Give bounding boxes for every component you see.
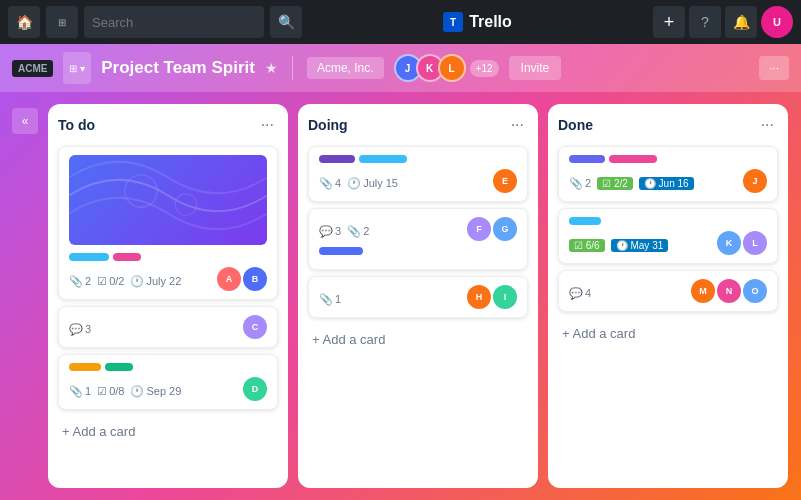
member-avatars: J K L +12 xyxy=(394,54,499,82)
todo-card-2[interactable]: 💬 3 C xyxy=(58,306,278,348)
done-card-2-meta: ☑ 6/6 🕐 May 31 xyxy=(569,239,668,252)
notifications-button[interactable]: 🔔 xyxy=(725,6,757,38)
add-button[interactable]: + xyxy=(653,6,685,38)
svg-point-0 xyxy=(125,175,157,207)
tag-pink xyxy=(113,253,141,261)
divider xyxy=(292,56,293,80)
todo-card-1[interactable]: 📎 2 ☑ 0/2 🕐 July 22 A B xyxy=(58,146,278,300)
doing-due: 🕐 July 15 xyxy=(347,177,398,190)
doing-card-2[interactable]: 💬 3 📎 2 F G xyxy=(308,208,528,270)
home-button[interactable]: 🏠 xyxy=(8,6,40,38)
done-checklist-badge: ☑ 2/2 xyxy=(597,177,633,190)
doing-card-1-meta-row: 📎 4 🕐 July 15 E xyxy=(319,169,517,193)
org-label[interactable]: Acme, Inc. xyxy=(307,57,384,79)
card-avatar-e[interactable]: E xyxy=(493,169,517,193)
member-avatar-3[interactable]: L xyxy=(438,54,466,82)
card-avatar-g[interactable]: G xyxy=(493,217,517,241)
search-input[interactable] xyxy=(84,6,264,38)
doing-add-card-button[interactable]: + Add a card xyxy=(308,326,528,353)
todo-add-card-button[interactable]: + Add a card xyxy=(58,418,278,445)
doing-card-3-meta: 📎 1 xyxy=(319,293,341,306)
todo-card-1-avatars: A B xyxy=(217,267,267,291)
doing-card-3-avatars: H I xyxy=(467,285,517,309)
todo-list-menu[interactable]: ··· xyxy=(257,114,278,136)
more-button[interactable]: ··· xyxy=(759,56,789,80)
clock-icon: 🕐 xyxy=(130,275,144,288)
done-add-card-button[interactable]: + Add a card xyxy=(558,320,778,347)
todo-card-2-meta: 💬 3 xyxy=(69,323,91,336)
attachment-icon-6: 📎 xyxy=(569,177,583,190)
collapse-button[interactable]: « xyxy=(12,108,38,134)
tag-blue xyxy=(319,247,363,255)
attachment-icon-4: 📎 xyxy=(347,225,361,238)
done-card-3[interactable]: 💬 4 M N O xyxy=(558,270,778,312)
comment-count: 💬 3 xyxy=(69,323,91,336)
todo-card-3[interactable]: 📎 1 ☑ 0/8 🕐 Sep 29 D xyxy=(58,354,278,410)
done-card-3-meta-row: 💬 4 M N O xyxy=(569,279,767,303)
done-comments: 💬 4 xyxy=(569,287,591,300)
card-avatar-d[interactable]: D xyxy=(243,377,267,401)
done-list-title: Done xyxy=(558,117,593,133)
boards-button[interactable]: ⊞ xyxy=(46,6,78,38)
card-avatar-o[interactable]: O xyxy=(743,279,767,303)
todo-card-3-tags xyxy=(69,363,267,371)
nav-right: + ? 🔔 U xyxy=(653,6,793,38)
doing-comments: 💬 3 xyxy=(319,225,341,238)
attachment-icon-5: 📎 xyxy=(319,293,333,306)
card-avatar-k[interactable]: K xyxy=(717,231,741,255)
done-date-badge: 🕐 Jun 16 xyxy=(639,177,694,190)
done-date-badge-2: 🕐 May 31 xyxy=(611,239,669,252)
doing-list-menu[interactable]: ··· xyxy=(507,114,528,136)
card-avatar-m[interactable]: M xyxy=(691,279,715,303)
done-card-1-avatars: J xyxy=(743,169,767,193)
acme-badge: ACME xyxy=(12,60,53,77)
todo-card-1-tags xyxy=(69,253,267,261)
card-avatar-b[interactable]: B xyxy=(243,267,267,291)
doing-list-title: Doing xyxy=(308,117,348,133)
card-avatar-f[interactable]: F xyxy=(467,217,491,241)
trello-logo: T xyxy=(443,12,463,32)
user-avatar[interactable]: U xyxy=(761,6,793,38)
card-avatar-l[interactable]: L xyxy=(743,231,767,255)
todo-card-2-row: 💬 3 C xyxy=(69,315,267,339)
card-image-decoration xyxy=(69,155,267,236)
card-avatar-n[interactable]: N xyxy=(717,279,741,303)
card-avatar-a[interactable]: A xyxy=(217,267,241,291)
plus-members-badge: +12 xyxy=(470,60,499,77)
sidebar-toggle: « xyxy=(12,104,38,488)
tag-yellow xyxy=(69,363,101,371)
doing-card-1[interactable]: 📎 4 🕐 July 15 E xyxy=(308,146,528,202)
invite-button[interactable]: Invite xyxy=(509,56,562,80)
done-card-1[interactable]: 📎 2 ☑ 2/2 🕐 Jun 16 J xyxy=(558,146,778,202)
doing-card-1-avatars: E xyxy=(493,169,517,193)
star-button[interactable]: ★ xyxy=(265,60,278,76)
done-card-3-meta: 💬 4 xyxy=(569,287,591,300)
tag-cyan xyxy=(69,253,109,261)
doing-card-3[interactable]: 📎 1 H I xyxy=(308,276,528,318)
doing-card-1-meta: 📎 4 🕐 July 15 xyxy=(319,177,398,190)
todo-card-2-avatars: C xyxy=(243,315,267,339)
doing-list: Doing ··· 📎 4 🕐 July 15 xyxy=(298,104,538,488)
card-avatar-h[interactable]: H xyxy=(467,285,491,309)
done-card-2-tags xyxy=(569,217,767,225)
done-card-3-avatars: M N O xyxy=(691,279,767,303)
done-card-2[interactable]: ☑ 6/6 🕐 May 31 K L xyxy=(558,208,778,264)
done-card-1-meta-row: 📎 2 ☑ 2/2 🕐 Jun 16 J xyxy=(569,169,767,193)
card-avatar-c[interactable]: C xyxy=(243,315,267,339)
doing-card-2-tags xyxy=(319,247,517,255)
card-avatar-i[interactable]: I xyxy=(493,285,517,309)
tag-cyan xyxy=(359,155,407,163)
info-button[interactable]: ? xyxy=(689,6,721,38)
done-list-menu[interactable]: ··· xyxy=(757,114,778,136)
attachment-count-2: 📎 1 xyxy=(69,385,91,398)
search-icon-btn[interactable]: 🔍 xyxy=(270,6,302,38)
doing-list-header: Doing ··· xyxy=(308,114,528,136)
todo-list: To do ··· 📎 xyxy=(48,104,288,488)
board-header: ACME ⊞ ▾ Project Team Spirit ★ Acme, Inc… xyxy=(0,44,801,92)
todo-card-1-image xyxy=(69,155,267,245)
done-card-2-avatars: K L xyxy=(717,231,767,255)
card-avatar-j[interactable]: J xyxy=(743,169,767,193)
comment-icon-2: 💬 xyxy=(319,225,333,238)
done-card-2-meta-row: ☑ 6/6 🕐 May 31 K L xyxy=(569,231,767,255)
view-toggle[interactable]: ⊞ ▾ xyxy=(63,52,91,84)
